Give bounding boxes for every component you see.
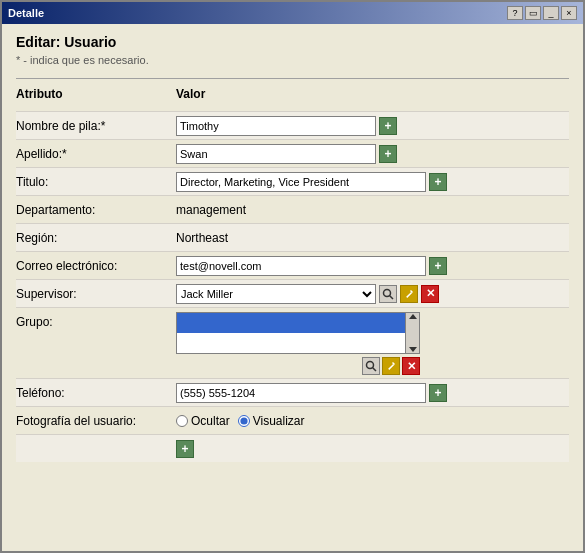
grupo-action-buttons: ✕	[176, 357, 420, 375]
input-titulo[interactable]	[176, 172, 426, 192]
field-apellido: Apellido:* +	[16, 139, 569, 167]
label-titulo: Titulo:	[16, 175, 176, 189]
radio-visualizar-label: Visualizar	[253, 414, 305, 428]
field-correo: Correo electrónico: +	[16, 251, 569, 279]
value-fotografia: Ocultar Visualizar	[176, 414, 569, 428]
svg-point-0	[384, 289, 391, 296]
field-departamento: Departamento: management	[16, 195, 569, 223]
input-correo[interactable]	[176, 256, 426, 276]
window-title: Detalle	[8, 7, 44, 19]
delete-supervisor-button[interactable]: ✕	[421, 285, 439, 303]
field-grupo: Grupo:	[16, 307, 569, 378]
label-apellido: Apellido:*	[16, 147, 176, 161]
search-icon	[382, 288, 394, 300]
field-supervisor: Supervisor: Jack Miller	[16, 279, 569, 307]
col-value-header: Valor	[176, 87, 569, 101]
add-titulo-button[interactable]: +	[429, 173, 447, 191]
label-supervisor: Supervisor:	[16, 287, 176, 301]
edit-grupo-button[interactable]	[382, 357, 400, 375]
scroll-up-icon	[409, 314, 417, 319]
add-correo-button[interactable]: +	[429, 257, 447, 275]
add-nombre-button[interactable]: +	[379, 117, 397, 135]
input-telefono[interactable]	[176, 383, 426, 403]
title-bar: Detalle ? ▭ _ ×	[2, 2, 583, 24]
table-header: Atributo Valor	[16, 87, 569, 105]
svg-point-4	[367, 362, 374, 369]
title-bar-controls: ? ▭ _ ×	[507, 6, 577, 20]
fotografia-radio-group: Ocultar Visualizar	[176, 414, 305, 428]
field-fotografia: Fotografía del usuario: Ocultar Visualiz…	[16, 406, 569, 434]
page-title: Editar: Usuario	[16, 34, 569, 50]
label-nombre: Nombre de pila:*	[16, 119, 176, 133]
value-titulo: +	[176, 172, 569, 192]
select-supervisor[interactable]: Jack Miller	[176, 284, 376, 304]
value-extra: +	[176, 440, 569, 458]
add-apellido-button[interactable]: +	[379, 145, 397, 163]
edit-supervisor-button[interactable]	[400, 285, 418, 303]
label-telefono: Teléfono:	[16, 386, 176, 400]
value-grupo: ✕	[176, 312, 569, 375]
delete-grupo-button[interactable]: ✕	[402, 357, 420, 375]
label-departamento: Departamento:	[16, 203, 176, 217]
add-extra-button[interactable]: +	[176, 440, 194, 458]
value-departamento: management	[176, 203, 569, 217]
input-nombre[interactable]	[176, 116, 376, 136]
grupo-scrollbar[interactable]	[406, 312, 420, 354]
field-titulo: Titulo: +	[16, 167, 569, 195]
svg-rect-2	[406, 291, 412, 297]
monitor-button[interactable]: ▭	[525, 6, 541, 20]
value-supervisor: Jack Miller ✕	[176, 284, 569, 304]
static-region: Northeast	[176, 231, 228, 245]
field-extra: +	[16, 434, 569, 462]
help-button[interactable]: ?	[507, 6, 523, 20]
radio-ocultar-label: Ocultar	[191, 414, 230, 428]
field-region: Región: Northeast	[16, 223, 569, 251]
value-apellido: +	[176, 144, 569, 164]
radio-ocultar-input[interactable]	[176, 415, 188, 427]
label-fotografia: Fotografía del usuario:	[16, 414, 176, 428]
static-departamento: management	[176, 203, 246, 217]
grupo-listbox[interactable]	[176, 312, 406, 354]
close-button[interactable]: ×	[561, 6, 577, 20]
label-region: Región:	[16, 231, 176, 245]
label-grupo: Grupo:	[16, 312, 176, 329]
add-telefono-button[interactable]: +	[429, 384, 447, 402]
edit-icon	[404, 289, 414, 299]
edit-grupo-icon	[386, 361, 396, 371]
svg-line-5	[373, 368, 377, 372]
col-attribute-header: Atributo	[16, 87, 176, 101]
form-section: Atributo Valor Nombre de pila:* + Apelli…	[16, 78, 569, 462]
search-grupo-button[interactable]	[362, 357, 380, 375]
svg-rect-7	[388, 364, 394, 370]
grupo-listbox-row	[176, 312, 420, 354]
search-grupo-icon	[365, 360, 377, 372]
search-supervisor-button[interactable]	[379, 285, 397, 303]
radio-visualizar[interactable]: Visualizar	[238, 414, 305, 428]
minimize-button[interactable]: _	[543, 6, 559, 20]
field-telefono: Teléfono: +	[16, 378, 569, 406]
field-nombre: Nombre de pila:* +	[16, 111, 569, 139]
required-note: * - indica que es necesario.	[16, 54, 569, 66]
window-content: Editar: Usuario * - indica que es necesa…	[2, 24, 583, 551]
scroll-down-icon	[409, 347, 417, 352]
value-telefono: +	[176, 383, 569, 403]
value-correo: +	[176, 256, 569, 276]
input-apellido[interactable]	[176, 144, 376, 164]
radio-ocultar[interactable]: Ocultar	[176, 414, 230, 428]
value-nombre: +	[176, 116, 569, 136]
main-window: Detalle ? ▭ _ × Editar: Usuario * - indi…	[0, 0, 585, 553]
grupo-empty-row	[177, 333, 405, 353]
value-region: Northeast	[176, 231, 569, 245]
label-correo: Correo electrónico:	[16, 259, 176, 273]
grupo-selected-item	[177, 313, 405, 333]
svg-line-1	[390, 295, 394, 299]
radio-visualizar-input[interactable]	[238, 415, 250, 427]
